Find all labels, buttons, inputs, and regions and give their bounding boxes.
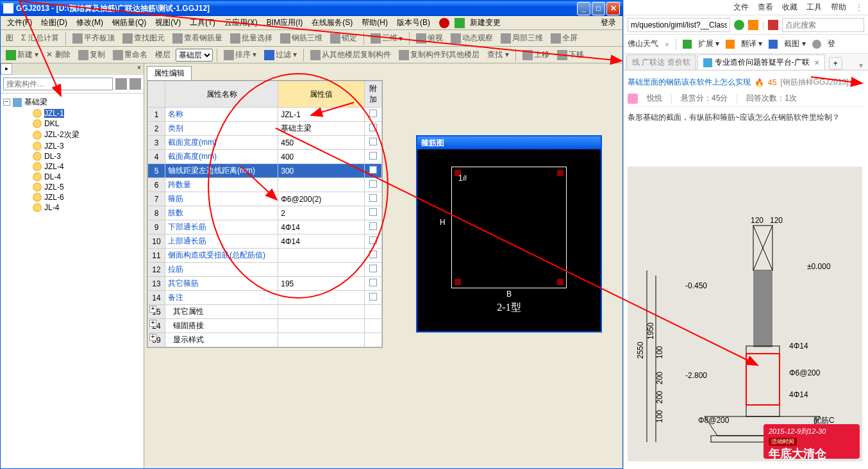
tool-find-elem[interactable]: 查找图元 xyxy=(120,31,167,45)
tab-1[interactable]: 线 广联达 造价软 xyxy=(626,54,696,70)
property-row[interactable]: 6跨数量 xyxy=(148,178,382,192)
delete-button[interactable]: ✕ 删除 xyxy=(44,48,72,62)
menu-help[interactable]: 帮助(H) xyxy=(358,16,392,29)
promo-banner[interactable]: 2015-12-9到12-30 活动时间 年底大清仓 xyxy=(764,424,860,459)
br-menu-fav[interactable]: 收藏 xyxy=(782,2,797,13)
maximize-button[interactable]: □ xyxy=(592,2,605,15)
move-up-button[interactable]: 上移 xyxy=(520,48,552,62)
tree-item[interactable]: JZL-2次梁 xyxy=(3,129,141,141)
filter-icon[interactable] xyxy=(129,78,141,90)
find-button[interactable]: 查找 ▾ xyxy=(485,48,511,62)
property-row[interactable]: 9下部通长筋4Φ14 xyxy=(148,220,382,234)
property-row[interactable]: 12拉筋 xyxy=(148,263,382,277)
tree-item[interactable]: JZL-3 xyxy=(3,141,141,151)
checkbox[interactable] xyxy=(369,208,377,216)
br-menu-file[interactable]: 文件 xyxy=(733,2,749,13)
checkbox[interactable] xyxy=(369,222,377,230)
property-row[interactable]: 8肢数2 xyxy=(148,206,382,220)
login-link[interactable]: 登录 xyxy=(597,16,620,29)
translate-button[interactable]: 翻译 ▾ xyxy=(741,38,762,49)
search-icon[interactable] xyxy=(115,78,127,90)
close-button[interactable]: ✕ xyxy=(606,2,620,15)
sort-button[interactable]: 排序 ▾ xyxy=(221,48,259,62)
checkbox[interactable] xyxy=(369,265,377,272)
tabs-menu-icon[interactable]: ▾ xyxy=(856,61,865,70)
property-row[interactable]: 4截面高度(mm)400 xyxy=(148,150,382,164)
checkbox[interactable] xyxy=(369,293,377,300)
tab-close-icon[interactable]: × xyxy=(815,58,819,67)
floor-select[interactable]: 基础层 xyxy=(176,49,213,62)
tab-2-active[interactable]: 专业造价问题答疑平台-广联× xyxy=(697,54,825,70)
tool-local-3d[interactable]: 局部三维 xyxy=(498,31,546,45)
tree-item[interactable]: JZL-1 xyxy=(3,108,141,119)
ext-button[interactable]: 扩展 ▾ xyxy=(698,38,719,49)
property-row[interactable]: 13其它箍筋195 xyxy=(148,277,382,291)
tool-batch-select[interactable]: 批量选择 xyxy=(228,31,275,45)
property-row[interactable]: 11侧面构造或受扭筋(总配筋值) xyxy=(148,249,382,263)
tool-rebar-3d[interactable]: 钢筋三维 xyxy=(278,31,325,45)
tree-item[interactable]: JZL-5 xyxy=(3,182,141,192)
property-row[interactable]: 3截面宽度(mm)450 xyxy=(148,136,382,150)
tool-orbit[interactable]: 动态观察 xyxy=(448,31,496,45)
tool-align-slab[interactable]: 平齐板顶 xyxy=(70,31,117,45)
br-menu-view[interactable]: 查看 xyxy=(758,2,773,13)
filter-button[interactable]: 过滤 ▾ xyxy=(262,48,299,62)
tree-item[interactable]: DKL xyxy=(3,119,141,129)
checkbox[interactable] xyxy=(369,279,377,286)
checkbox[interactable] xyxy=(369,251,377,258)
menu-draw[interactable]: 绘图(D) xyxy=(37,16,71,29)
property-row[interactable]: 5轴线距梁左边线距离(mm)300 xyxy=(148,164,382,178)
checkbox[interactable] xyxy=(369,110,377,117)
tool-fullscreen[interactable]: 全屏 xyxy=(548,31,580,45)
tree-root[interactable]: −基础梁 xyxy=(3,96,141,108)
copy-from-floor-button[interactable]: 从其他楼层复制构件 xyxy=(308,48,394,62)
minimize-button[interactable]: _ xyxy=(577,2,590,15)
reload-icon[interactable] xyxy=(734,20,744,30)
weather-link[interactable]: 佛山天气 xyxy=(628,38,658,49)
menu-version[interactable]: 版本号(B) xyxy=(393,16,434,29)
menu-cloud[interactable]: 云应用(X) xyxy=(221,16,262,29)
tool-view-rebar[interactable]: 查看钢筋量 xyxy=(170,31,225,45)
br-menu-more-icon[interactable]: ⋮ xyxy=(855,3,863,12)
tree-item[interactable]: JZL-6 xyxy=(3,192,141,202)
tree-item[interactable]: JL-4 xyxy=(3,202,141,213)
checkbox[interactable] xyxy=(369,138,377,145)
paw-icon[interactable] xyxy=(768,20,778,30)
br-login-button[interactable]: 登 xyxy=(828,38,835,49)
property-row[interactable]: 7箍筋Φ6@200(2) xyxy=(148,192,382,206)
property-row[interactable]: 24锚固搭接 xyxy=(148,319,382,333)
property-edit-tab[interactable]: 属性编辑 xyxy=(147,66,192,80)
menu-view[interactable]: 视图(V) xyxy=(151,16,185,29)
copy-to-floor-button[interactable]: 复制构件到其他楼层 xyxy=(396,48,482,62)
newchange-icon[interactable] xyxy=(455,18,465,28)
checkbox[interactable] xyxy=(369,194,377,202)
menu-file[interactable]: 文件(F) xyxy=(3,16,36,29)
property-row[interactable]: 2类别基础主梁 xyxy=(148,122,382,136)
copy-button[interactable]: 复制 xyxy=(76,48,108,62)
new-button[interactable]: 新建 ▾ xyxy=(3,48,41,62)
tool-sum[interactable]: Σ 汇总计算 xyxy=(19,31,62,45)
breadcrumb-link[interactable]: 基础里面的钢筋该在软件上怎么实现 xyxy=(628,77,751,88)
br-menu-tools[interactable]: 工具 xyxy=(806,2,822,13)
checkbox[interactable] xyxy=(369,236,377,244)
new-tab-button[interactable]: + xyxy=(829,57,842,70)
search-input[interactable] xyxy=(3,78,113,90)
screenshot-button[interactable]: 截图 ▾ xyxy=(784,38,805,49)
property-row[interactable]: 14备注 xyxy=(148,291,382,305)
property-row[interactable]: 1名称JZL-1 xyxy=(148,108,382,122)
checkbox[interactable] xyxy=(369,124,377,131)
username[interactable]: 悦悦 xyxy=(647,93,662,104)
globe-icon[interactable] xyxy=(439,18,449,28)
tool-top-view[interactable]: 俯视 xyxy=(413,31,446,45)
property-row[interactable]: 15其它属性 xyxy=(148,305,382,319)
menu-edit[interactable]: 修改(M) xyxy=(72,16,107,29)
search-box[interactable] xyxy=(782,18,864,32)
tool-lock[interactable]: 锁定 xyxy=(328,31,360,45)
panel-close-icon[interactable]: × xyxy=(135,63,144,75)
menu-rebar[interactable]: 钢筋量(Q) xyxy=(108,16,150,29)
tool-3d-select[interactable]: 三维▾ xyxy=(368,31,405,45)
property-row[interactable]: 10上部通长筋4Φ14 xyxy=(148,234,382,249)
checkbox[interactable] xyxy=(369,166,377,174)
checkbox[interactable] xyxy=(369,180,377,188)
menu-bim[interactable]: BIM应用(I) xyxy=(263,16,307,29)
